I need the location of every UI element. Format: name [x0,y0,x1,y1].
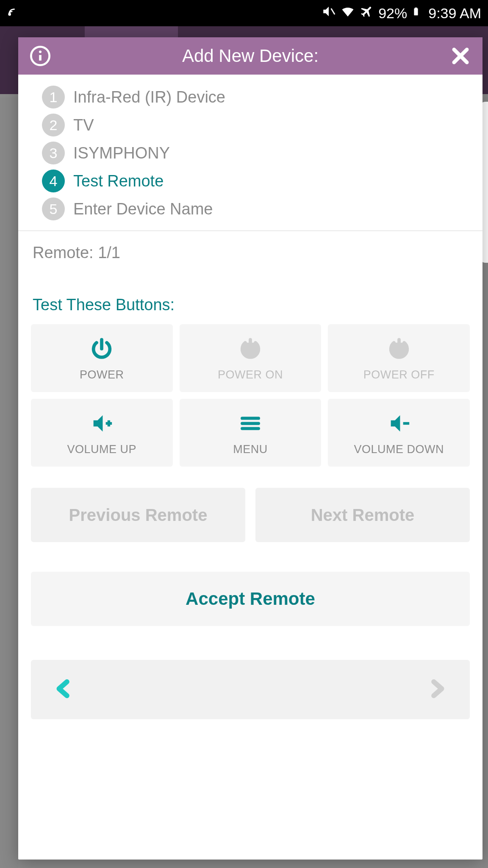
power-icon [387,335,411,362]
test-buttons-heading: Test These Buttons: [31,279,470,324]
menu-button[interactable]: MENU [180,399,322,467]
wizard-back-button[interactable] [52,677,76,702]
volume-down-button[interactable]: VOLUME DOWN [328,399,470,467]
steps-list: 1 Infra-Red (IR) Device 2 TV 3 ISYMPHONY… [18,75,482,231]
step-3[interactable]: 3 ISYMPHONY [42,139,466,167]
mute-icon [322,4,336,22]
scrim-left [0,97,18,868]
volume-down-icon [387,410,411,437]
modal-title: Add New Device: [52,46,449,66]
remote-nav-row: Previous Remote Next Remote [31,488,470,542]
modal-header: Add New Device: [18,37,482,75]
svg-point-5 [39,50,42,53]
step-badge: 1 [42,86,65,108]
previous-remote-button: Previous Remote [31,488,245,542]
button-label: MENU [233,443,268,456]
test-button-grid: POWER POWER ON POWER OFF [31,324,470,467]
status-bar: 92% 9:39 AM [0,0,488,26]
airplane-icon [360,4,374,22]
cast-icon [7,5,20,22]
wizard-next-button [425,677,449,702]
step-badge: 4 [42,170,65,192]
clock: 9:39 AM [428,5,481,22]
power-icon [89,335,114,362]
step-label: Enter Device Name [73,200,213,218]
step-5[interactable]: 5 Enter Device Name [42,195,466,223]
menu-icon [238,410,263,437]
wifi-icon [340,4,355,22]
step-badge: 5 [42,198,65,220]
wizard-nav [31,660,470,719]
step-label: TV [73,116,94,134]
next-remote-button: Next Remote [255,488,470,542]
step-label: Infra-Red (IR) Device [73,88,225,106]
step-4[interactable]: 4 Test Remote [42,167,466,195]
svg-rect-2 [414,8,418,15]
button-label: VOLUME DOWN [354,443,444,456]
button-label: POWER OFF [363,368,435,381]
close-button[interactable] [449,44,472,68]
accept-remote-button[interactable]: Accept Remote [31,572,470,626]
step-label: ISYMPHONY [73,144,170,162]
step-badge: 2 [42,114,65,136]
modal-body: 1 Infra-Red (IR) Device 2 TV 3 ISYMPHONY… [18,75,482,860]
power-icon [238,335,263,362]
info-button[interactable] [28,44,52,68]
add-device-modal: Add New Device: 1 Infra-Red (IR) Device … [18,37,482,860]
step-1[interactable]: 1 Infra-Red (IR) Device [42,83,466,111]
svg-point-0 [9,14,11,15]
step-label: Test Remote [73,172,164,190]
svg-rect-3 [415,8,418,9]
svg-line-1 [331,8,335,14]
step-badge: 3 [42,142,65,164]
power-off-button: POWER OFF [328,324,470,392]
remote-count: Remote: 1/1 [31,239,470,279]
power-button[interactable]: POWER [31,324,173,392]
button-label: VOLUME UP [67,443,137,456]
volume-up-icon [89,410,114,437]
button-label: POWER ON [218,368,283,381]
step-2[interactable]: 2 TV [42,111,466,139]
power-on-button: POWER ON [180,324,322,392]
battery-percent: 92% [378,5,407,22]
volume-up-button[interactable]: VOLUME UP [31,399,173,467]
button-label: POWER [80,368,124,381]
battery-icon [411,4,421,22]
remote-section: Remote: 1/1 Test These Buttons: POWER PO… [18,231,482,719]
